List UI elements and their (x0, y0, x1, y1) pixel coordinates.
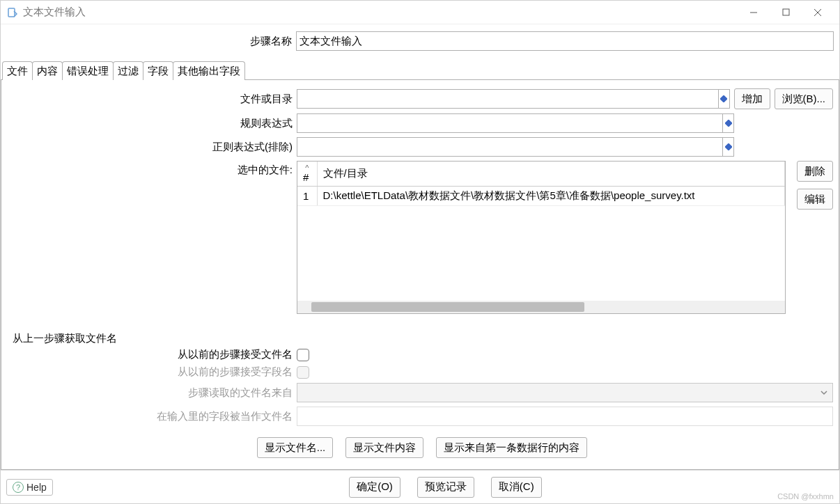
watermark-text: CSDN @fxxhmn (777, 492, 834, 501)
accept-filename-checkbox[interactable] (297, 349, 309, 361)
tab-error[interactable]: 错误处理 (62, 61, 114, 80)
ok-button[interactable]: 确定(O) (349, 477, 400, 498)
tab-content[interactable]: 内容 (32, 61, 63, 80)
maximize-button[interactable] (770, 1, 802, 24)
preview-button[interactable]: 预览记录 (417, 477, 474, 498)
step-name-input[interactable] (296, 31, 834, 51)
step-name-label: 步骤名称 (6, 35, 296, 48)
show-first-row-button[interactable]: 显示来自第一条数据行的内容 (436, 437, 587, 458)
col-index: ^ # (297, 162, 317, 187)
selected-files-label: 选中的文件: (7, 161, 297, 177)
tab-bar: 文件 内容 错误处理 过滤 字段 其他输出字段 (1, 61, 839, 80)
regex-excl-input[interactable] (297, 137, 723, 157)
field-as-filename-input (297, 407, 833, 426)
dialog-footer: ? Help 确定(O) 预览记录 取消(C) CSDN @fxxhmn (1, 470, 839, 503)
title-bar: 文本文件输入 (1, 1, 839, 24)
accept-filename-row: 从以前的步骤接受文件名 (7, 348, 833, 361)
svg-rect-7 (725, 143, 732, 150)
tab-filter[interactable]: 过滤 (113, 61, 143, 80)
close-icon (814, 8, 822, 17)
accept-filename-label: 从以前的步骤接受文件名 (7, 348, 297, 361)
regex-input[interactable] (297, 113, 723, 133)
file-or-dir-row: 文件或目录 增加 浏览(B)... (7, 88, 833, 109)
app-icon (6, 6, 19, 19)
window-title: 文本文件输入 (23, 6, 738, 19)
cancel-button[interactable]: 取消(C) (491, 477, 542, 498)
selected-files-row: 选中的文件: ^ # 文件/目录 (7, 161, 833, 325)
regex-label: 规则表达式 (7, 117, 297, 130)
var-indicator-icon (723, 137, 734, 157)
regex-row: 规则表达式 (7, 113, 833, 133)
file-preview-buttons: 显示文件名... 显示文件内容 显示来自第一条数据行的内容 (7, 430, 833, 464)
accept-fieldname-row: 从以前的步骤接受字段名 (7, 365, 833, 379)
add-button[interactable]: 增加 (734, 88, 770, 109)
regex-excl-row: 正则表达式(排除) (7, 137, 833, 157)
svg-rect-6 (725, 120, 732, 127)
sort-caret-icon: ^ (303, 164, 311, 171)
file-or-dir-input[interactable] (297, 89, 719, 109)
prev-step-group-label: 从上一步骤获取文件名 (13, 332, 833, 345)
close-button[interactable] (802, 1, 834, 24)
help-button[interactable]: ? Help (6, 479, 53, 496)
var-indicator-icon (723, 113, 734, 133)
chevron-down-icon (820, 387, 828, 399)
svg-rect-0 (8, 8, 15, 17)
tab-fields[interactable]: 字段 (143, 61, 173, 80)
help-label: Help (26, 482, 47, 493)
show-content-button[interactable]: 显示文件内容 (345, 437, 423, 458)
field-as-filename-row: 在输入里的字段被当作文件名 (7, 407, 833, 426)
tab-file[interactable]: 文件 (2, 61, 33, 80)
scrollbar-thumb[interactable] (311, 302, 584, 312)
step-source-label: 步骤读取的文件名来自 (7, 386, 297, 400)
field-as-filename-label: 在输入里的字段被当作文件名 (7, 410, 297, 423)
step-source-dropdown (297, 383, 833, 402)
step-source-row: 步骤读取的文件名来自 (7, 383, 833, 402)
col-path: 文件/目录 (317, 162, 785, 187)
accept-fieldname-checkbox (297, 366, 309, 379)
var-indicator-icon (719, 89, 730, 109)
show-filenames-button[interactable]: 显示文件名... (257, 437, 334, 458)
regex-excl-label: 正则表达式(排除) (7, 141, 297, 154)
delete-button[interactable]: 删除 (797, 161, 833, 182)
horizontal-scrollbar[interactable] (297, 301, 785, 313)
edit-button[interactable]: 编辑 (797, 189, 833, 210)
help-icon: ? (13, 482, 24, 493)
browse-button[interactable]: 浏览(B)... (775, 88, 834, 109)
accept-fieldname-label: 从以前的步骤接受字段名 (7, 365, 297, 379)
cell-path: D:\kettle\ETLData\教材数据文件\教材数据文件\第5章\准备数据… (317, 187, 785, 206)
svg-rect-2 (783, 9, 789, 15)
maximize-icon (782, 8, 790, 16)
tab-other-output[interactable]: 其他输出字段 (173, 61, 245, 80)
svg-rect-5 (720, 95, 727, 102)
table-header-row: ^ # 文件/目录 (297, 162, 785, 187)
table-row[interactable]: 1 D:\kettle\ETLData\教材数据文件\教材数据文件\第5章\准备… (297, 187, 785, 206)
selected-files-table[interactable]: ^ # 文件/目录 1 D:\kettle\ETLData\教材数据文件\教材数… (297, 161, 786, 314)
cell-index: 1 (297, 187, 317, 206)
minimize-button[interactable] (738, 1, 770, 24)
minimize-icon (749, 8, 758, 17)
tab-panel-file: 文件或目录 增加 浏览(B)... 规则表达式 正则表达式(排除) (1, 79, 839, 470)
file-or-dir-label: 文件或目录 (7, 93, 297, 106)
step-name-row: 步骤名称 (6, 31, 834, 51)
